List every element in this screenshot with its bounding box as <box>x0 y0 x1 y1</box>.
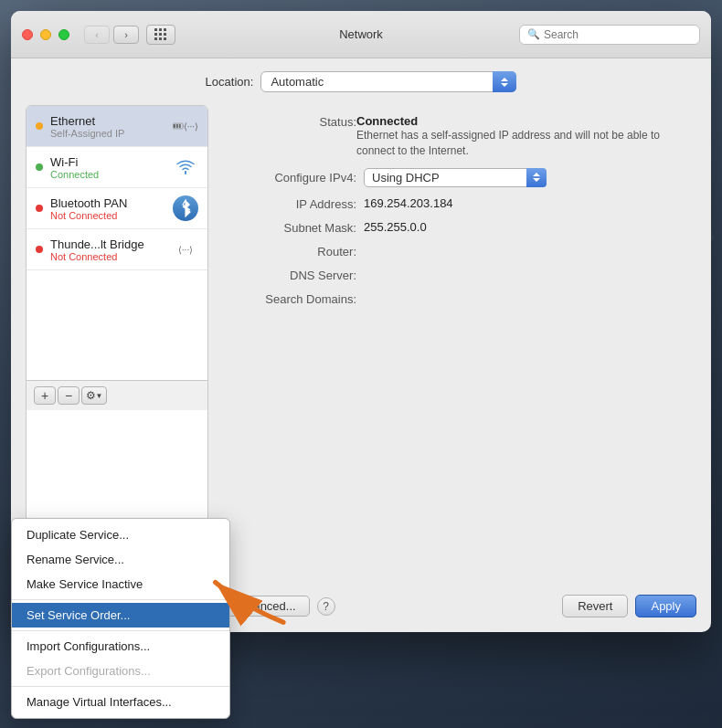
location-select[interactable]: Automatic <box>260 71 516 92</box>
menu-item-export: Export Configurations... <box>12 659 229 683</box>
wifi-desc: Connected <box>50 169 165 180</box>
svg-rect-2 <box>179 124 181 128</box>
router-label: Router: <box>238 244 356 258</box>
search-box[interactable]: 🔍 <box>519 25 700 45</box>
wifi-status-dot <box>36 164 43 171</box>
ethernet-status-dot <box>36 122 43 130</box>
svg-rect-1 <box>176 124 178 128</box>
subnet-row: Subnet Mask: 255.255.0.0 <box>238 220 678 235</box>
traffic-lights <box>22 29 69 40</box>
menu-item-rename[interactable]: Rename Service... <box>12 547 229 572</box>
menu-item-virtual[interactable]: Manage Virtual Interfaces... <box>12 690 229 714</box>
close-button[interactable] <box>22 29 33 40</box>
gear-dropdown-arrow: ▼ <box>96 392 103 400</box>
ip-value: 169.254.203.184 <box>364 196 678 210</box>
grid-icon <box>154 28 167 41</box>
thunderbolt-info: Thunde...lt Bridge Not Connected <box>50 237 165 262</box>
sidebar-item-thunderbolt[interactable]: Thunde...lt Bridge Not Connected ⟨···⟩ <box>27 229 207 270</box>
bluetooth-icon <box>173 195 198 221</box>
wifi-icon <box>173 154 198 180</box>
wifi-info: Wi-Fi Connected <box>50 155 165 180</box>
location-label: Location: <box>206 75 254 89</box>
menu-item-set-order[interactable]: Set Service Order... <box>12 603 229 628</box>
location-select-wrapper: Automatic <box>260 71 516 92</box>
thunderbolt-desc: Not Connected <box>50 251 165 262</box>
bluetooth-status-dot <box>36 205 43 212</box>
advanced-button[interactable]: Advanced... <box>219 596 310 617</box>
help-button[interactable]: ? <box>317 597 335 616</box>
configure-select-wrapper: Using DHCP <box>364 168 547 187</box>
bottom-right-buttons: Revert Apply <box>562 595 696 617</box>
ip-label: IP Address: <box>238 196 356 211</box>
wifi-name: Wi-Fi <box>50 155 165 169</box>
detail-panel: Status: Connected Ethernet has a self-as… <box>219 105 696 617</box>
status-label: Status: <box>238 114 356 129</box>
back-button[interactable]: ‹ <box>84 26 110 44</box>
maximize-button[interactable] <box>58 29 69 40</box>
subnet-label: Subnet Mask: <box>238 220 356 235</box>
ethernet-desc: Self-Assigned IP <box>50 128 165 139</box>
sidebar-controls: + − ⚙ ▼ <box>27 380 207 410</box>
revert-button[interactable]: Revert <box>562 595 628 617</box>
svg-rect-0 <box>174 124 175 128</box>
menu-divider-1 <box>12 599 229 600</box>
router-row: Router: <box>238 244 678 258</box>
bluetooth-info: Bluetooth PAN Not Connected <box>50 196 165 221</box>
sidebar-spacer <box>27 270 207 380</box>
subnet-value: 255.255.0.0 <box>364 220 678 234</box>
status-row: Status: Connected Ethernet has a self-as… <box>238 114 678 159</box>
dns-label: DNS Server: <box>238 268 356 282</box>
thunderbolt-status-dot <box>36 246 43 253</box>
apply-button[interactable]: Apply <box>635 595 696 617</box>
configure-ipv4-select[interactable]: Using DHCP <box>364 168 547 187</box>
gear-menu-button[interactable]: ⚙ ▼ <box>81 386 107 405</box>
thunderbolt-name: Thunde...lt Bridge <box>50 237 165 251</box>
remove-service-button[interactable]: − <box>58 386 80 405</box>
forward-button[interactable]: › <box>113 26 139 44</box>
dns-row: DNS Server: <box>238 268 678 282</box>
domains-label: Search Domains: <box>238 291 356 306</box>
thunderbolt-icon: ⟨···⟩ <box>173 237 198 262</box>
status-desc: Ethernet has a self-assigned IP address … <box>356 128 678 159</box>
menu-divider-3 <box>12 686 229 687</box>
search-icon: 🔍 <box>527 28 540 40</box>
location-row: Location: Automatic <box>26 71 696 92</box>
sidebar-item-wifi[interactable]: Wi-Fi Connected <box>27 147 207 188</box>
grid-button[interactable] <box>146 25 175 45</box>
ethernet-icon: ⟨···⟩ <box>173 113 198 139</box>
ip-row: IP Address: 169.254.203.184 <box>238 196 678 211</box>
search-input[interactable] <box>544 28 692 41</box>
configure-label: Configure IPv4: <box>238 171 356 185</box>
gear-dropdown-menu: Duplicate Service... Rename Service... M… <box>11 518 230 719</box>
gear-icon: ⚙ <box>86 389 96 402</box>
add-service-button[interactable]: + <box>34 386 56 405</box>
configure-row: Configure IPv4: Using DHCP <box>238 168 678 187</box>
menu-divider-2 <box>12 630 229 631</box>
status-value: Connected <box>356 114 678 128</box>
bluetooth-desc: Not Connected <box>50 210 165 221</box>
window-title: Network <box>339 27 383 41</box>
detail-bottom: Advanced... ? Revert Apply <box>219 586 696 617</box>
menu-item-make-inactive[interactable]: Make Service Inactive <box>12 572 229 596</box>
minimize-button[interactable] <box>40 29 51 40</box>
ethernet-info: Ethernet Self-Assigned IP <box>50 114 165 139</box>
sidebar-item-bluetooth[interactable]: Bluetooth PAN Not Connected <box>27 188 207 229</box>
sidebar-item-ethernet[interactable]: Ethernet Self-Assigned IP <box>27 106 207 147</box>
bluetooth-name: Bluetooth PAN <box>50 196 165 210</box>
detail-info: Status: Connected Ethernet has a self-as… <box>219 105 696 586</box>
domains-row: Search Domains: <box>238 291 678 306</box>
menu-item-import[interactable]: Import Configurations... <box>12 634 229 659</box>
ethernet-name: Ethernet <box>50 114 165 128</box>
nav-buttons: ‹ › <box>84 26 139 44</box>
titlebar: ‹ › Network 🔍 <box>11 11 711 58</box>
menu-item-duplicate[interactable]: Duplicate Service... <box>12 522 229 547</box>
